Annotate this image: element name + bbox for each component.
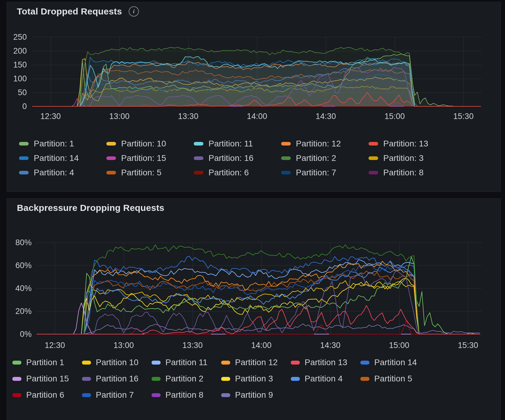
legend-item-partition-1[interactable]: Partition 1: [12, 354, 82, 371]
legend-label: Partition 11: [165, 358, 208, 367]
y-tick-label: 250: [7, 32, 27, 42]
legend-swatch-icon: [281, 171, 291, 174]
y-tick-label: 60%: [7, 261, 32, 270]
legend-label: Partition: 14: [34, 153, 79, 163]
x-tick-label: 14:30: [320, 340, 340, 350]
legend-item-partition-2[interactable]: Partition: 2: [281, 151, 369, 165]
legend-item-partition-16[interactable]: Partition: 16: [194, 151, 281, 165]
panel-backpressure-dropping-requests: Backpressure Dropping Requests 80%60%40%…: [7, 198, 501, 420]
legend-swatch-icon: [360, 377, 369, 381]
legend-item-partition-4[interactable]: Partition: 4: [19, 165, 106, 180]
legend-item-partition-10[interactable]: Partition: 10: [106, 136, 194, 151]
legend-swatch-icon: [106, 171, 116, 174]
legend-item-partition-2[interactable]: Partition 2: [152, 371, 221, 387]
legend-label: Partition 7: [96, 390, 134, 400]
legend-label: Partition 3: [235, 374, 273, 384]
legend-label: Partition: 1: [34, 139, 74, 149]
x-tick-label: 15:30: [453, 111, 474, 121]
x-tick-label: 13:30: [182, 340, 203, 350]
legend-label: Partition: 6: [209, 168, 249, 177]
legend-item-partition-16[interactable]: Partition 16: [82, 371, 152, 387]
x-tick-label: 12:30: [45, 340, 65, 350]
legend-label: Partition 4: [305, 374, 343, 384]
legend-label: Partition: 5: [121, 168, 162, 177]
legend-swatch-icon: [194, 171, 203, 174]
legend-item-partition-3[interactable]: Partition 3: [221, 371, 291, 387]
legend-item-partition-13[interactable]: Partition: 13: [369, 136, 456, 151]
legend-swatch-icon: [152, 377, 161, 381]
legend-label: Partition: 7: [296, 168, 336, 177]
legend-item-partition-5[interactable]: Partition 5: [360, 371, 430, 387]
legend-label: Partition: 15: [121, 153, 166, 163]
x-tick-label: 15:00: [389, 340, 409, 350]
y-tick-label: 50: [7, 88, 27, 97]
x-tick-label: 13:00: [109, 111, 130, 121]
x-tick-label: 13:30: [178, 111, 199, 121]
legend-label: Partition 6: [26, 390, 64, 400]
legend-swatch-icon: [12, 393, 21, 397]
legend-label: Partition: 4: [34, 168, 74, 177]
legend-label: Partition 2: [165, 374, 203, 384]
legend-label: Partition: 12: [296, 139, 341, 149]
legend-swatch-icon: [194, 142, 203, 146]
y-tick-label: 0: [7, 102, 27, 111]
legend-item-partition-3[interactable]: Partition: 3: [369, 151, 456, 165]
panel-title: Backpressure Dropping Requests: [17, 203, 164, 213]
x-tick-label: 14:00: [247, 111, 267, 121]
legend-item-partition-11[interactable]: Partition 11: [152, 354, 221, 371]
panel-header[interactable]: Total Dropped Requests i: [17, 6, 139, 17]
panel-total-dropped-requests: Total Dropped Requests i 250200150100500…: [7, 2, 501, 192]
legend-swatch-icon: [281, 156, 291, 160]
legend-swatch-icon: [106, 156, 116, 160]
legend-swatch-icon: [19, 142, 29, 146]
legend-swatch-icon: [106, 142, 116, 146]
legend-label: Partition: 16: [209, 153, 253, 163]
legend-label: Partition 12: [235, 358, 278, 367]
legend: Partition: 1Partition: 10Partition: 11Pa…: [19, 136, 462, 180]
legend-item-partition-7[interactable]: Partition 7: [82, 387, 152, 403]
legend-swatch-icon: [221, 393, 230, 397]
legend-label: Partition 13: [305, 358, 347, 367]
legend-swatch-icon: [281, 142, 291, 146]
legend: Partition 1Partition 10Partition 11Parti…: [12, 354, 443, 403]
legend-label: Partition 15: [26, 374, 69, 384]
info-icon[interactable]: i: [129, 6, 139, 17]
legend-swatch-icon: [82, 377, 91, 381]
legend-item-partition-14[interactable]: Partition: 14: [19, 151, 106, 165]
legend-swatch-icon: [194, 156, 203, 160]
legend-item-partition-10[interactable]: Partition 10: [82, 354, 152, 371]
legend-item-partition-12[interactable]: Partition: 12: [281, 136, 369, 151]
legend-label: Partition 16: [96, 374, 139, 384]
x-tick-label: 14:00: [251, 340, 272, 350]
legend-item-partition-6[interactable]: Partition: 6: [194, 165, 281, 180]
y-tick-label: 80%: [7, 238, 32, 247]
legend-item-partition-5[interactable]: Partition: 5: [106, 165, 194, 180]
legend-item-partition-13[interactable]: Partition 13: [291, 354, 360, 371]
legend-item-partition-11[interactable]: Partition: 11: [194, 136, 281, 151]
legend-item-partition-15[interactable]: Partition: 15: [106, 151, 194, 165]
legend-item-partition-8[interactable]: Partition: 8: [369, 165, 456, 180]
legend-swatch-icon: [152, 361, 161, 365]
legend-item-partition-4[interactable]: Partition 4: [291, 371, 360, 387]
legend-item-partition-12[interactable]: Partition 12: [221, 354, 291, 371]
panel-header[interactable]: Backpressure Dropping Requests: [17, 203, 164, 213]
legend-item-partition-14[interactable]: Partition 14: [360, 354, 430, 371]
legend-label: Partition 9: [235, 390, 273, 400]
legend-item-partition-15[interactable]: Partition 15: [12, 371, 82, 387]
x-tick-label: 15:30: [458, 340, 478, 350]
panel-title: Total Dropped Requests: [17, 6, 122, 17]
legend-swatch-icon: [291, 361, 300, 365]
legend-item-partition-1[interactable]: Partition: 1: [19, 136, 106, 151]
legend-swatch-icon: [12, 361, 21, 365]
legend-swatch-icon: [369, 171, 378, 174]
legend-label: Partition 14: [374, 358, 417, 367]
legend-item-partition-7[interactable]: Partition: 7: [281, 165, 369, 180]
legend-item-partition-9[interactable]: Partition 9: [221, 387, 291, 403]
legend-item-partition-8[interactable]: Partition 8: [152, 387, 221, 403]
legend-item-partition-6[interactable]: Partition 6: [12, 387, 82, 403]
legend-swatch-icon: [360, 361, 369, 365]
legend-label: Partition: 8: [383, 168, 424, 177]
legend-label: Partition: 3: [383, 153, 424, 163]
legend-label: Partition: 2: [296, 153, 336, 163]
legend-swatch-icon: [369, 142, 378, 146]
